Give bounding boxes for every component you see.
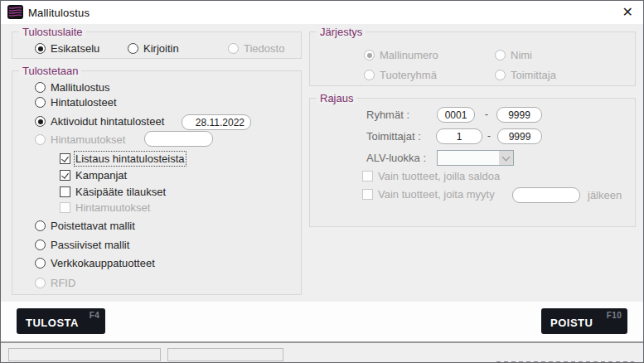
radio-icon — [128, 43, 138, 54]
radio-icon — [35, 258, 46, 269]
range-dash: - — [487, 130, 491, 142]
checkbox-label: Listaus hintatulosteista — [75, 152, 185, 165]
radio-icon — [35, 97, 46, 108]
checkbox-label: Hintamuutokset — [75, 201, 150, 214]
group-ordering-label: Järjestys — [317, 26, 366, 38]
suppliers-to-field[interactable] — [497, 128, 542, 144]
radio-icon — [35, 134, 46, 145]
suppliers-from-field[interactable] — [436, 128, 482, 144]
radio-passiiviset-mallit[interactable]: Passiiviset mallit — [35, 239, 129, 251]
radio-icon — [495, 50, 506, 60]
radio-icon — [35, 278, 46, 288]
group-print-device: Tulostuslaite Esikatselu Kirjoitin Tiedo… — [12, 31, 302, 59]
radio-label: Mallinumero — [380, 49, 438, 61]
activated-date-field[interactable] — [182, 114, 251, 130]
vat-class-label: ALV-luokka : — [366, 152, 426, 164]
vat-class-dropdown[interactable] — [437, 150, 514, 166]
groups-range-label: Ryhmät : — [366, 109, 409, 121]
app-logo-icon — [7, 5, 23, 19]
radio-kirjoitin[interactable]: Kirjoitin — [128, 42, 179, 55]
radio-label: Poistettavat mallit — [51, 220, 135, 232]
radio-icon — [35, 240, 46, 250]
chevron-down-icon — [502, 152, 511, 161]
group-ordering: Järjestys Mallinumero Nimi Tuoteryhmä To… — [309, 31, 636, 86]
radio-icon — [495, 70, 506, 80]
statusbar — [1, 341, 643, 363]
radio-label: Nimi — [511, 49, 532, 61]
checkbox-vain-tuotteet-joita-myyty[interactable]: Vain tuotteet, joita myyty — [362, 188, 495, 201]
range-dash: - — [485, 109, 488, 120]
dropdown-button — [499, 151, 513, 165]
price-changes-field[interactable] — [144, 131, 213, 147]
radio-icon — [35, 43, 46, 54]
suppliers-range-label: Toimittajat : — [366, 130, 421, 143]
checkbox-icon — [362, 189, 373, 200]
radio-label: Tuoteryhmä — [380, 69, 437, 81]
checkbox-icon — [60, 202, 70, 213]
checkbox-hintamuutokset[interactable]: Hintamuutokset — [60, 201, 150, 214]
radio-mallitulostus[interactable]: Mallitulostus — [35, 81, 110, 94]
radio-label: Toimittaja — [511, 69, 556, 81]
checkbox-label: Kampanjat — [75, 169, 127, 182]
radio-icon — [364, 50, 375, 60]
radio-icon — [35, 116, 46, 127]
checkbox-label: Käsipääte tilaukset — [75, 186, 166, 198]
group-print-output: Tulostetaan Mallitulostus Hintatulosteet… — [12, 70, 302, 295]
radio-hintamuutokset[interactable]: Hintamuutokset — [35, 133, 125, 146]
radio-aktivoidut-hintatulosteet[interactable]: Aktivoidut hintatulosteet — [35, 115, 164, 128]
radio-poistettavat-mallit[interactable]: Poistettavat mallit — [35, 220, 135, 232]
radio-icon — [35, 220, 46, 231]
titlebar: Mallitulostus ✕ — [1, 1, 643, 24]
radio-nimi[interactable]: Nimi — [495, 49, 532, 61]
radio-tuoteryhma[interactable]: Tuoteryhmä — [364, 69, 437, 81]
groups-from-field[interactable] — [437, 107, 475, 123]
checkbox-label: Vain tuotteet, joilla saldoa — [378, 170, 500, 182]
radio-verkkokauppatuotteet[interactable]: Verkkokauppatuotteet — [35, 257, 155, 269]
checkbox-icon — [362, 171, 373, 182]
checkbox-icon — [60, 170, 70, 181]
radio-mallinumero[interactable]: Mallinumero — [364, 49, 438, 61]
print-button-label: TULOSTA — [26, 317, 79, 329]
radio-esikatselu[interactable]: Esikatselu — [35, 42, 99, 55]
checkbox-vain-tuotteet-joilla-saldoa[interactable]: Vain tuotteet, joilla saldoa — [362, 170, 500, 182]
group-print-output-label: Tulostetaan — [19, 65, 81, 77]
radio-label: Verkkokauppatuotteet — [51, 257, 155, 269]
radio-label: Hintamuutokset — [51, 133, 125, 146]
checkbox-listaus-hintatulosteista[interactable]: Listaus hintatulosteista — [60, 152, 185, 165]
radio-label: Esikatselu — [51, 42, 99, 55]
exit-button-fkey: F10 — [607, 311, 622, 320]
radio-toimittaja[interactable]: Toimittaja — [495, 69, 556, 81]
print-button-fkey: F4 — [90, 311, 99, 320]
checkbox-icon — [60, 186, 70, 197]
radio-label: RFID — [51, 277, 75, 289]
group-filtering: Rajaus Ryhmät : - Toimittajat : - ALV-lu… — [309, 98, 636, 227]
checkbox-label: Vain tuotteet, joita myyty — [378, 188, 495, 201]
radio-hintatulosteet[interactable]: Hintatulosteet — [35, 96, 117, 109]
group-filtering-label: Rajaus — [317, 92, 356, 104]
group-print-device-label: Tulostuslaite — [19, 26, 86, 38]
radio-tiedosto[interactable]: Tiedosto — [228, 42, 284, 55]
groups-to-field[interactable] — [496, 107, 542, 123]
exit-button-label: POISTU — [550, 317, 593, 329]
exit-button[interactable]: POISTU F10 — [541, 308, 627, 334]
radio-icon — [35, 82, 46, 93]
close-icon[interactable]: ✕ — [622, 5, 633, 20]
sold-after-date-field[interactable] — [512, 187, 580, 203]
status-panel-2 — [167, 348, 283, 361]
checkbox-kampanjat[interactable]: Kampanjat — [60, 169, 127, 182]
radio-label: Aktivoidut hintatulosteet — [51, 115, 164, 128]
print-button[interactable]: TULOSTA F4 — [17, 308, 105, 334]
radio-label: Tiedosto — [244, 42, 284, 55]
radio-label: Hintatulosteet — [51, 96, 117, 109]
radio-label: Kirjoitin — [143, 42, 179, 55]
checkbox-icon — [60, 153, 70, 164]
radio-icon — [228, 43, 239, 54]
radio-icon — [364, 70, 375, 80]
status-panel-1 — [8, 348, 161, 361]
dialog-window: Mallitulostus ✕ Tulostuslaite Esikatselu… — [0, 0, 644, 363]
checkbox-kasipaate-tilaukset[interactable]: Käsipääte tilaukset — [60, 186, 166, 198]
sold-after-suffix-label: jälkeen — [588, 189, 622, 201]
radio-rfid[interactable]: RFID — [35, 277, 75, 289]
radio-label: Passiiviset mallit — [51, 239, 129, 251]
window-title: Mallitulostus — [28, 7, 90, 19]
